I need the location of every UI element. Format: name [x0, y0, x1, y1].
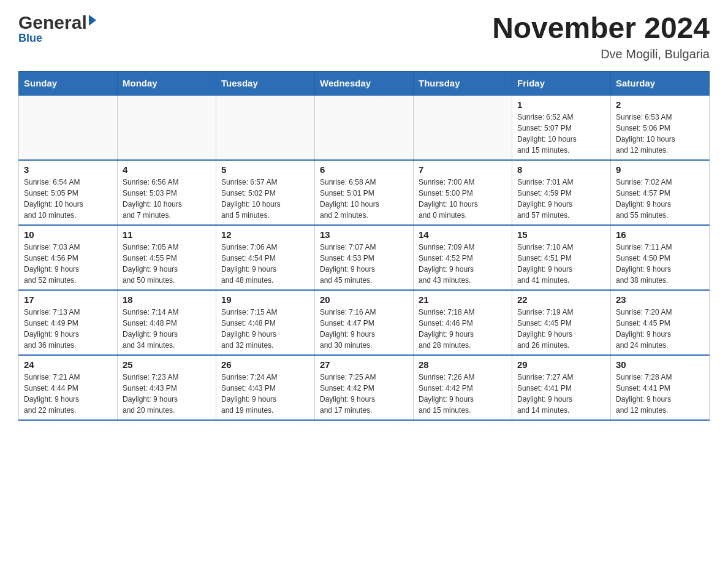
day-info: Sunrise: 6:53 AM Sunset: 5:06 PM Dayligh…	[616, 112, 704, 156]
day-info: Sunrise: 7:20 AM Sunset: 4:45 PM Dayligh…	[616, 307, 704, 351]
calendar-day-cell: 2Sunrise: 6:53 AM Sunset: 5:06 PM Daylig…	[611, 95, 710, 160]
day-info: Sunrise: 7:21 AM Sunset: 4:44 PM Dayligh…	[24, 372, 112, 416]
calendar-day-cell: 24Sunrise: 7:21 AM Sunset: 4:44 PM Dayli…	[19, 355, 118, 420]
calendar-day-cell: 18Sunrise: 7:14 AM Sunset: 4:48 PM Dayli…	[118, 290, 216, 355]
day-number: 21	[419, 294, 507, 305]
day-number: 13	[320, 229, 408, 240]
day-number: 3	[24, 164, 112, 175]
day-info: Sunrise: 7:24 AM Sunset: 4:43 PM Dayligh…	[221, 372, 309, 416]
day-info: Sunrise: 7:02 AM Sunset: 4:57 PM Dayligh…	[616, 177, 704, 221]
calendar-header-row: SundayMondayTuesdayWednesdayThursdayFrid…	[19, 71, 710, 95]
day-number: 2	[616, 99, 704, 110]
day-info: Sunrise: 7:18 AM Sunset: 4:46 PM Dayligh…	[419, 307, 507, 351]
day-info: Sunrise: 7:19 AM Sunset: 4:45 PM Dayligh…	[517, 307, 605, 351]
day-info: Sunrise: 7:03 AM Sunset: 4:56 PM Dayligh…	[24, 242, 112, 286]
logo-general-text: General	[18, 12, 87, 33]
day-number: 24	[24, 359, 112, 370]
day-number: 8	[517, 164, 605, 175]
calendar-week-row: 1Sunrise: 6:52 AM Sunset: 5:07 PM Daylig…	[19, 95, 710, 160]
day-number: 15	[517, 229, 605, 240]
calendar-day-cell: 5Sunrise: 6:57 AM Sunset: 5:02 PM Daylig…	[216, 160, 315, 225]
calendar-day-cell: 3Sunrise: 6:54 AM Sunset: 5:05 PM Daylig…	[19, 160, 118, 225]
calendar-week-row: 17Sunrise: 7:13 AM Sunset: 4:49 PM Dayli…	[19, 290, 710, 355]
day-number: 25	[123, 359, 211, 370]
calendar-day-cell: 25Sunrise: 7:23 AM Sunset: 4:43 PM Dayli…	[118, 355, 216, 420]
calendar-day-cell: 9Sunrise: 7:02 AM Sunset: 4:57 PM Daylig…	[611, 160, 710, 225]
day-info: Sunrise: 7:05 AM Sunset: 4:55 PM Dayligh…	[123, 242, 211, 286]
logo: General Blue	[18, 12, 96, 45]
day-info: Sunrise: 7:28 AM Sunset: 4:41 PM Dayligh…	[616, 372, 704, 416]
day-number: 26	[221, 359, 309, 370]
calendar-day-cell: 29Sunrise: 7:27 AM Sunset: 4:41 PM Dayli…	[512, 355, 611, 420]
calendar-day-cell: 15Sunrise: 7:10 AM Sunset: 4:51 PM Dayli…	[512, 225, 611, 290]
calendar-day-cell	[118, 95, 216, 160]
day-number: 1	[517, 99, 605, 110]
day-info: Sunrise: 7:27 AM Sunset: 4:41 PM Dayligh…	[517, 372, 605, 416]
day-number: 17	[24, 294, 112, 305]
calendar-day-cell: 4Sunrise: 6:56 AM Sunset: 5:03 PM Daylig…	[118, 160, 216, 225]
calendar-day-cell: 21Sunrise: 7:18 AM Sunset: 4:46 PM Dayli…	[414, 290, 512, 355]
day-info: Sunrise: 7:26 AM Sunset: 4:42 PM Dayligh…	[419, 372, 507, 416]
calendar-day-cell	[216, 95, 315, 160]
page-header: General Blue November 2024 Dve Mogili, B…	[18, 12, 710, 61]
calendar-day-cell: 30Sunrise: 7:28 AM Sunset: 4:41 PM Dayli…	[611, 355, 710, 420]
calendar-day-cell: 8Sunrise: 7:01 AM Sunset: 4:59 PM Daylig…	[512, 160, 611, 225]
title-section: November 2024 Dve Mogili, Bulgaria	[492, 12, 710, 61]
day-number: 12	[221, 229, 309, 240]
day-number: 4	[123, 164, 211, 175]
month-title: November 2024	[492, 12, 710, 45]
calendar-day-cell: 19Sunrise: 7:15 AM Sunset: 4:48 PM Dayli…	[216, 290, 315, 355]
calendar-day-cell: 13Sunrise: 7:07 AM Sunset: 4:53 PM Dayli…	[315, 225, 414, 290]
calendar-day-cell: 26Sunrise: 7:24 AM Sunset: 4:43 PM Dayli…	[216, 355, 315, 420]
day-number: 27	[320, 359, 408, 370]
day-number: 7	[419, 164, 507, 175]
day-info: Sunrise: 7:14 AM Sunset: 4:48 PM Dayligh…	[123, 307, 211, 351]
day-info: Sunrise: 7:15 AM Sunset: 4:48 PM Dayligh…	[221, 307, 309, 351]
day-info: Sunrise: 6:52 AM Sunset: 5:07 PM Dayligh…	[517, 112, 605, 156]
location-label: Dve Mogili, Bulgaria	[492, 47, 710, 61]
calendar-day-cell: 20Sunrise: 7:16 AM Sunset: 4:47 PM Dayli…	[315, 290, 414, 355]
day-number: 29	[517, 359, 605, 370]
weekday-header-saturday: Saturday	[611, 71, 710, 95]
day-info: Sunrise: 7:07 AM Sunset: 4:53 PM Dayligh…	[320, 242, 408, 286]
weekday-header-monday: Monday	[118, 71, 216, 95]
calendar-week-row: 24Sunrise: 7:21 AM Sunset: 4:44 PM Dayli…	[19, 355, 710, 420]
calendar-week-row: 10Sunrise: 7:03 AM Sunset: 4:56 PM Dayli…	[19, 225, 710, 290]
day-number: 18	[123, 294, 211, 305]
day-info: Sunrise: 7:00 AM Sunset: 5:00 PM Dayligh…	[419, 177, 507, 221]
day-info: Sunrise: 7:16 AM Sunset: 4:47 PM Dayligh…	[320, 307, 408, 351]
day-number: 6	[320, 164, 408, 175]
calendar-day-cell: 10Sunrise: 7:03 AM Sunset: 4:56 PM Dayli…	[19, 225, 118, 290]
calendar-day-cell	[414, 95, 512, 160]
weekday-header-friday: Friday	[512, 71, 611, 95]
weekday-header-tuesday: Tuesday	[216, 71, 315, 95]
calendar-day-cell: 1Sunrise: 6:52 AM Sunset: 5:07 PM Daylig…	[512, 95, 611, 160]
day-number: 19	[221, 294, 309, 305]
calendar-day-cell: 12Sunrise: 7:06 AM Sunset: 4:54 PM Dayli…	[216, 225, 315, 290]
calendar-day-cell	[315, 95, 414, 160]
day-number: 14	[419, 229, 507, 240]
day-number: 20	[320, 294, 408, 305]
calendar-day-cell: 22Sunrise: 7:19 AM Sunset: 4:45 PM Dayli…	[512, 290, 611, 355]
day-info: Sunrise: 7:01 AM Sunset: 4:59 PM Dayligh…	[517, 177, 605, 221]
logo-blue-text: Blue	[18, 32, 42, 45]
day-info: Sunrise: 6:54 AM Sunset: 5:05 PM Dayligh…	[24, 177, 112, 221]
calendar-day-cell: 27Sunrise: 7:25 AM Sunset: 4:42 PM Dayli…	[315, 355, 414, 420]
logo-arrow-icon	[89, 15, 96, 26]
calendar-day-cell: 7Sunrise: 7:00 AM Sunset: 5:00 PM Daylig…	[414, 160, 512, 225]
weekday-header-thursday: Thursday	[414, 71, 512, 95]
day-info: Sunrise: 6:56 AM Sunset: 5:03 PM Dayligh…	[123, 177, 211, 221]
calendar-table: SundayMondayTuesdayWednesdayThursdayFrid…	[18, 71, 710, 421]
calendar-day-cell: 28Sunrise: 7:26 AM Sunset: 4:42 PM Dayli…	[414, 355, 512, 420]
day-number: 11	[123, 229, 211, 240]
day-info: Sunrise: 7:09 AM Sunset: 4:52 PM Dayligh…	[419, 242, 507, 286]
calendar-day-cell: 14Sunrise: 7:09 AM Sunset: 4:52 PM Dayli…	[414, 225, 512, 290]
day-info: Sunrise: 7:25 AM Sunset: 4:42 PM Dayligh…	[320, 372, 408, 416]
calendar-week-row: 3Sunrise: 6:54 AM Sunset: 5:05 PM Daylig…	[19, 160, 710, 225]
day-info: Sunrise: 7:10 AM Sunset: 4:51 PM Dayligh…	[517, 242, 605, 286]
day-number: 5	[221, 164, 309, 175]
day-number: 16	[616, 229, 704, 240]
calendar-day-cell: 16Sunrise: 7:11 AM Sunset: 4:50 PM Dayli…	[611, 225, 710, 290]
calendar-day-cell: 23Sunrise: 7:20 AM Sunset: 4:45 PM Dayli…	[611, 290, 710, 355]
day-number: 22	[517, 294, 605, 305]
